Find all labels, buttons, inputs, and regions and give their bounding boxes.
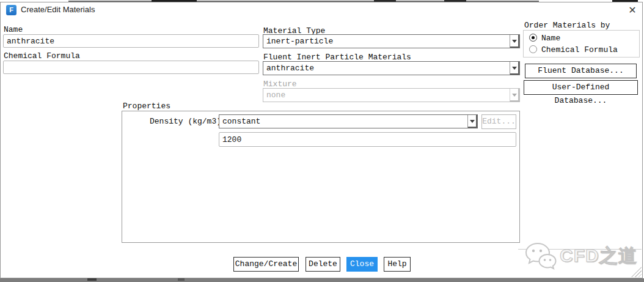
mixture-dropdown: none: [263, 88, 520, 102]
density-label: Density (kg/m3): [150, 117, 221, 126]
radio-name[interactable]: [529, 34, 537, 42]
close-button[interactable]: Close: [346, 257, 378, 272]
close-icon[interactable]: ✕: [624, 2, 640, 18]
chemical-formula-label: Chemical Formula: [4, 51, 80, 61]
background-mark: [178, 278, 185, 281]
delete-button[interactable]: Delete: [306, 257, 340, 272]
background-mark: [87, 278, 97, 281]
chevron-down-icon: [510, 89, 519, 102]
screen: F Create/Edit Materials ✕ Name Chemical …: [0, 0, 644, 282]
dialog-title: Create/Edit Materials: [21, 5, 95, 14]
radio-chemical-formula[interactable]: [529, 45, 537, 53]
chevron-down-icon[interactable]: [510, 35, 519, 48]
chevron-down-icon[interactable]: [510, 62, 519, 75]
fluent-materials-label: Fluent Inert Particle Materials: [263, 53, 411, 62]
material-type-value: inert-particle: [263, 35, 510, 48]
background-taskbar-sliver: [0, 278, 644, 282]
name-input[interactable]: [3, 34, 259, 48]
watermark-text: CFD之道: [560, 243, 637, 269]
order-materials-by-label: Order Materials by: [524, 21, 610, 30]
change-create-button[interactable]: Change/Create: [233, 257, 299, 272]
user-defined-database-button[interactable]: User-Defined Database...: [524, 80, 638, 95]
chemical-formula-input[interactable]: [3, 61, 259, 74]
help-button[interactable]: Help: [384, 257, 411, 272]
mixture-value: none: [263, 89, 510, 102]
edit-button: Edit...: [481, 114, 516, 129]
name-label: Name: [4, 25, 23, 34]
fluent-app-icon: F: [6, 5, 16, 15]
properties-label: Properties: [123, 102, 170, 111]
radio-chemical-formula-label[interactable]: Chemical Formula: [541, 45, 618, 54]
properties-panel: [122, 111, 520, 243]
chevron-down-icon[interactable]: [467, 115, 477, 128]
density-method-value: constant: [219, 115, 467, 128]
fluent-database-button[interactable]: Fluent Database...: [525, 64, 637, 78]
fluent-materials-dropdown[interactable]: anthracite: [263, 61, 520, 75]
material-type-dropdown[interactable]: inert-particle: [263, 34, 520, 48]
density-value-input[interactable]: [219, 132, 516, 147]
density-method-dropdown[interactable]: constant: [219, 114, 478, 128]
radio-name-label[interactable]: Name: [541, 34, 560, 43]
mixture-label: Mixture: [263, 80, 297, 89]
wechat-logo-icon: [523, 241, 557, 272]
fluent-materials-value: anthracite: [263, 62, 510, 75]
